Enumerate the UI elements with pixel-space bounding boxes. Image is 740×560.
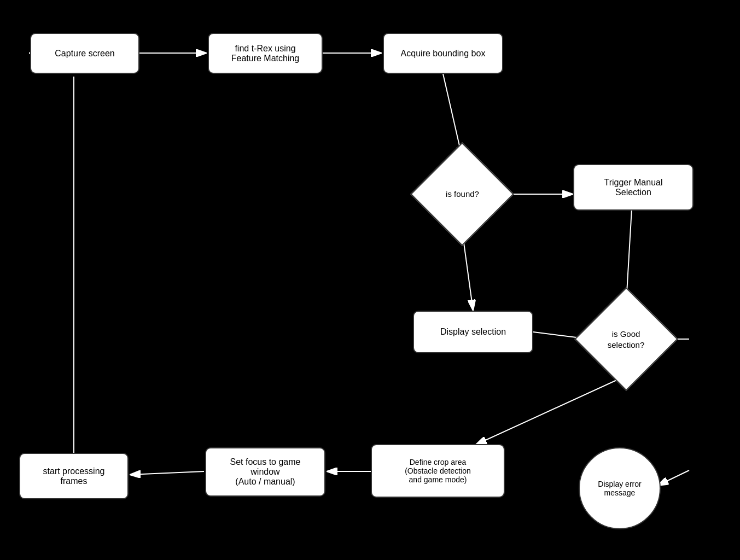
set-focus-node: Set focus to game window (Auto / manual) <box>205 447 325 497</box>
display-error-label: Display error message <box>598 480 641 497</box>
acquire-bbox-node: Acquire bounding box <box>383 33 503 74</box>
is-good-selection-diamond: is Good selection? <box>574 287 678 391</box>
set-focus-label: Set focus to game window (Auto / manual) <box>230 457 301 487</box>
flowchart-diagram: Capture screen find t-Rex using Feature … <box>0 0 740 560</box>
define-crop-node: Define crop area (Obstacle detection and… <box>371 444 505 498</box>
display-selection-label: Display selection <box>440 327 506 337</box>
trigger-manual-node: Trigger Manual Selection <box>573 164 694 211</box>
capture-screen-label: Capture screen <box>55 49 114 59</box>
capture-screen-node: Capture screen <box>30 33 139 74</box>
is-good-selection-label: is Good selection? <box>608 328 645 349</box>
svg-line-12 <box>130 471 204 475</box>
display-selection-node: Display selection <box>413 311 533 353</box>
svg-line-8 <box>476 376 626 445</box>
find-trex-node: find t-Rex using Feature Matching <box>208 33 323 74</box>
acquire-bbox-label: Acquire bounding box <box>401 49 486 59</box>
display-error-node: Display error message <box>579 447 661 529</box>
start-processing-node: start processing frames <box>19 453 129 499</box>
svg-line-10 <box>657 470 689 486</box>
is-found-diamond: is found? <box>410 142 514 246</box>
define-crop-label: Define crop area (Obstacle detection and… <box>405 458 471 484</box>
start-processing-label: start processing frames <box>43 466 105 486</box>
find-trex-label: find t-Rex using Feature Matching <box>231 44 300 63</box>
trigger-manual-label: Trigger Manual Selection <box>604 178 662 197</box>
is-found-label: is found? <box>446 189 479 200</box>
